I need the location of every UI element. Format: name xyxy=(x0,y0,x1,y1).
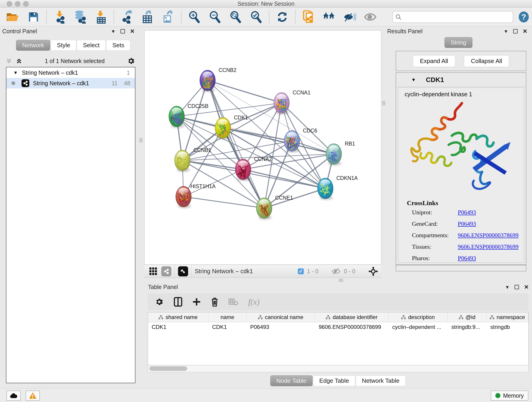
column-header-database-identifier[interactable]: database identifier xyxy=(315,313,389,322)
crosslink-link[interactable]: P06493 xyxy=(458,220,476,227)
close-panel-icon[interactable]: ✕ xyxy=(130,28,135,34)
zoom-in-icon[interactable] xyxy=(188,11,201,23)
refresh-icon[interactable] xyxy=(276,11,289,23)
network-canvas[interactable]: CCNB2CCNA1CDC25BCDK1CDC6RB1CCNB1CCNA2CDK… xyxy=(144,31,381,265)
tab-style[interactable]: Style xyxy=(51,40,76,51)
crosslink-link[interactable]: 9606.ENSP00000378699 xyxy=(458,232,519,239)
show-columns-icon[interactable] xyxy=(173,297,183,307)
float-panel-icon[interactable] xyxy=(513,29,518,33)
table-cell[interactable]: CDK1 xyxy=(148,322,209,332)
import-network-from-database-icon[interactable] xyxy=(74,11,87,23)
results-scroll-strip[interactable] xyxy=(396,265,526,271)
network-tree: ▼ String Network – cdk1 1 String Network… xyxy=(6,67,135,383)
panel-menu-icon[interactable]: ▼ xyxy=(504,29,508,34)
selection-mode-crosshair-icon[interactable] xyxy=(368,267,378,276)
graph-node-HIST1H1A[interactable]: HIST1H1A xyxy=(176,183,216,208)
export-image-icon[interactable] xyxy=(162,11,175,23)
save-session-icon[interactable] xyxy=(27,11,40,23)
splitter-grip[interactable] xyxy=(382,101,385,105)
column-header-name[interactable]: name xyxy=(209,313,247,322)
export-table-icon[interactable] xyxy=(141,11,154,23)
gene-header[interactable]: ▼ CDK1 xyxy=(396,73,526,87)
expand-all-button[interactable]: Expand All xyxy=(413,55,455,67)
zoom-out-icon[interactable] xyxy=(209,11,221,23)
tab-node-table[interactable]: Node Table xyxy=(270,375,313,386)
column-header-description[interactable]: description xyxy=(389,313,448,322)
network-style-icon[interactable] xyxy=(161,266,171,276)
table-cell[interactable]: 9606.ENSP00000378699 xyxy=(315,322,389,332)
panel-menu-icon[interactable]: ▼ xyxy=(505,285,510,289)
tree-caret-icon[interactable]: ▼ xyxy=(13,70,18,75)
graph-edge xyxy=(208,80,334,154)
hide-selected-eye-icon[interactable] xyxy=(343,11,356,23)
table-row[interactable]: CDK1CDK1P064939606.ENSP00000378699cyclin… xyxy=(148,322,528,332)
close-panel-icon[interactable]: ✕ xyxy=(524,284,529,290)
table-options-gear-icon[interactable] xyxy=(155,297,164,306)
export-network-icon[interactable] xyxy=(120,11,133,23)
column-header-namespace[interactable]: namespace xyxy=(487,313,528,322)
tab-network[interactable]: Network xyxy=(16,40,50,51)
column-header-shared-name[interactable]: shared name xyxy=(148,313,209,322)
table-cell[interactable]: cyclin–dependent ... xyxy=(389,322,448,332)
splitter-grip[interactable] xyxy=(339,279,343,282)
node-table[interactable]: shared namenamecanonical namedatabase id… xyxy=(148,312,529,365)
network-options-gear-icon[interactable] xyxy=(127,57,135,65)
zoom-fit-icon[interactable] xyxy=(229,11,242,23)
close-panel-icon[interactable]: ✕ xyxy=(523,28,527,34)
selected-checkbox-icon[interactable]: ✓ xyxy=(298,268,304,274)
crosslink-link[interactable]: P06493 xyxy=(458,209,476,216)
network-collection-row[interactable]: ▼ String Network – cdk1 1 xyxy=(6,67,135,78)
splitter-grip[interactable] xyxy=(139,138,143,143)
graph-node-CDC25B[interactable]: CDC25B xyxy=(169,103,209,128)
tab-string[interactable]: String xyxy=(444,37,472,48)
graph-node-CDK1[interactable]: CDK1 xyxy=(215,115,248,139)
import-network-icon[interactable] xyxy=(53,11,66,23)
graph-node-RB1[interactable]: RB1 xyxy=(326,141,355,166)
float-panel-icon[interactable] xyxy=(515,285,519,289)
birdseye-view-icon[interactable] xyxy=(178,266,188,276)
expand-all-icon[interactable] xyxy=(16,57,22,64)
zoom-selected-icon[interactable] xyxy=(250,11,263,23)
column-header-canonical-name[interactable]: canonical name xyxy=(247,313,315,322)
tab-sets[interactable]: Sets xyxy=(106,40,130,51)
crosslink-link[interactable]: P06493 xyxy=(458,255,476,262)
tab-network-table[interactable]: Network Table xyxy=(355,375,405,386)
search-input[interactable] xyxy=(403,13,510,20)
scrollbar-thumb[interactable] xyxy=(149,366,187,371)
warning-status-button[interactable] xyxy=(26,390,40,401)
collapse-all-button[interactable]: Collapse All xyxy=(464,55,509,67)
panel-menu-icon[interactable]: ▼ xyxy=(111,29,115,34)
graph-node-CDKN1A[interactable]: CDKN1A xyxy=(317,175,358,200)
add-column-icon[interactable] xyxy=(192,298,201,306)
collapse-all-icon[interactable] xyxy=(6,57,12,64)
delete-column-icon[interactable] xyxy=(210,297,219,307)
help-icon[interactable]: ? xyxy=(517,11,530,23)
float-panel-icon[interactable] xyxy=(120,29,125,33)
clone-network-icon[interactable] xyxy=(302,11,315,23)
column-header--id[interactable]: @id xyxy=(448,313,487,322)
table-cell[interactable]: stringdb:9... xyxy=(448,322,487,332)
horizontal-scrollbar[interactable] xyxy=(148,365,529,372)
table-cell[interactable]: CDK1 xyxy=(209,322,247,332)
table-cell[interactable]: stringdb xyxy=(487,322,528,332)
graph-node-CCNE1[interactable]: CCNE1 xyxy=(256,195,293,220)
tab-edge-table[interactable]: Edge Table xyxy=(313,375,355,386)
grid-view-icon[interactable] xyxy=(149,267,158,276)
hidden-eye-icon[interactable] xyxy=(331,268,341,275)
graph-node-CCNB2[interactable]: CCNB2 xyxy=(200,67,236,92)
open-session-icon[interactable] xyxy=(6,11,19,23)
memory-button[interactable]: Memory xyxy=(491,390,528,401)
graph-node-CCNA1[interactable]: CCNA1 xyxy=(274,89,310,114)
tab-select[interactable]: Select xyxy=(77,40,106,51)
import-table-icon[interactable] xyxy=(94,11,107,23)
show-eye-icon[interactable] xyxy=(364,11,377,23)
crosslink-link[interactable]: 9606.ENSP00000378699 xyxy=(458,243,519,250)
table-cell[interactable]: P06493 xyxy=(247,322,315,332)
crosslink-row: Uniprot: P06493 xyxy=(412,209,524,216)
graph-edge xyxy=(184,169,243,197)
houses-icon[interactable] xyxy=(323,11,336,23)
network-row[interactable]: String Network – cdk1 11 48 xyxy=(6,78,135,89)
cloud-status-button[interactable] xyxy=(6,390,21,401)
string-network-graph[interactable]: CCNB2CCNA1CDC25BCDK1CDC6RB1CCNB1CCNA2CDK… xyxy=(145,31,381,264)
collapse-gene-icon[interactable]: ▼ xyxy=(411,77,416,83)
